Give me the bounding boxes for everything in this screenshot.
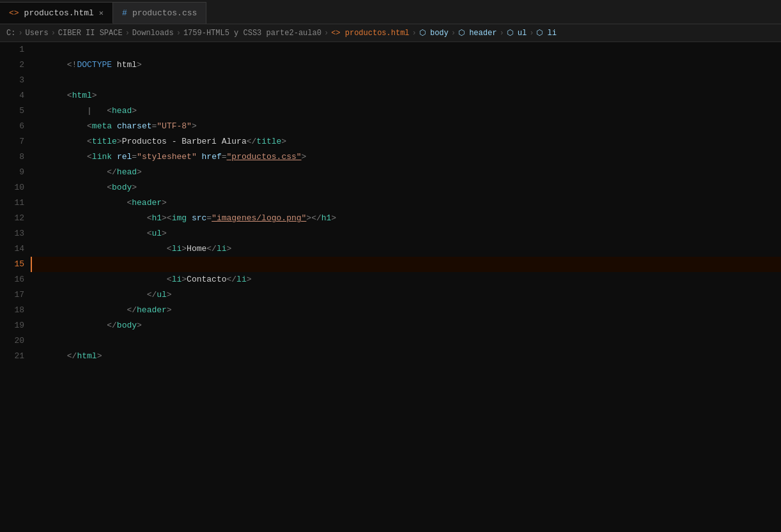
- line-num-18: 18: [6, 303, 24, 318]
- breadcrumb-body: ⬡ body: [419, 28, 449, 38]
- breadcrumb-users: Users: [26, 29, 49, 38]
- breadcrumb-ciber: CIBER II SPACE: [58, 29, 123, 38]
- breadcrumb-ul: ⬡ ul: [507, 28, 527, 38]
- line-num-12: 12: [6, 211, 24, 226]
- code-line-12: <ul>: [37, 211, 781, 226]
- code-line-6: <title>Productos - Barberi Alura</title>: [37, 119, 781, 134]
- line-num-15: 15: [6, 257, 24, 272]
- line-num-5: 5: [6, 103, 24, 119]
- line-num-2: 2: [6, 57, 24, 73]
- tab-css[interactable]: # productos.css: [113, 2, 206, 24]
- breadcrumb-li: ⬡ li: [536, 28, 557, 38]
- breadcrumb-c: C:: [6, 29, 15, 38]
- line-num-10: 10: [6, 180, 24, 195]
- line-num-8: 8: [6, 149, 24, 165]
- code-line-11: <h1><img src="imagenes/logo.png"></h1>: [37, 195, 781, 211]
- line-num-3: 3: [6, 73, 24, 88]
- code-line-13: <li>Home</li>: [37, 226, 781, 241]
- editor-area: 1 2 3 4 5 6 7 8 9 10 11 12 13 14 15 16 1…: [0, 42, 781, 532]
- breadcrumb: C: › Users › CIBER II SPACE › Downloads …: [0, 24, 781, 42]
- code-line-17: </header>: [37, 287, 781, 303]
- code-line-5: <meta charset="UTF-8">: [37, 103, 781, 119]
- code-line-21: [37, 349, 781, 364]
- code-line-20: </html>: [37, 333, 781, 349]
- code-content[interactable]: <!DOCTYPE html> <html> | <head> <meta ch…: [31, 42, 781, 532]
- line-num-11: 11: [6, 195, 24, 211]
- code-line-8: </head>: [37, 149, 781, 165]
- css-file-icon: #: [122, 8, 127, 18]
- line-num-16: 16: [6, 272, 24, 287]
- html-file-icon: <>: [9, 8, 19, 18]
- code-line-7: <link rel="stylesheet" href="productos.c…: [37, 134, 781, 149]
- code-line-10: <header>: [37, 180, 781, 195]
- line-num-6: 6: [6, 119, 24, 134]
- tab-close-button[interactable]: ✕: [99, 8, 104, 18]
- line-num-1: 1: [6, 42, 24, 57]
- tab-html[interactable]: <> productos.html ✕: [0, 2, 113, 24]
- tab-css-label: productos.css: [132, 8, 197, 18]
- tab-bar: <> productos.html ✕ # productos.css: [0, 0, 781, 24]
- code-line-3: <html>: [37, 73, 781, 88]
- breadcrumb-folder: 1759-HTML5 y CSS3 parte2-aula0: [183, 29, 321, 38]
- code-line-9: <body>: [37, 165, 781, 180]
- line-num-19: 19: [6, 318, 24, 333]
- line-num-7: 7: [6, 134, 24, 149]
- line-numbers: 1 2 3 4 5 6 7 8 9 10 11 12 13 14 15 16 1…: [0, 42, 31, 532]
- line-num-17: 17: [6, 287, 24, 303]
- line-num-21: 21: [6, 349, 24, 364]
- code-line-4: | <head>: [37, 88, 781, 103]
- code-line-16: </ul>: [37, 272, 781, 287]
- breadcrumb-downloads: Downloads: [132, 29, 174, 38]
- code-line-18: </body>: [37, 303, 781, 318]
- code-line-2: [37, 57, 781, 73]
- line-num-9: 9: [6, 165, 24, 180]
- line-num-20: 20: [6, 333, 24, 349]
- line-num-14: 14: [6, 241, 24, 257]
- code-line-15: <li>Contacto</li>: [31, 257, 781, 272]
- code-line-1: <!DOCTYPE html>: [37, 42, 781, 57]
- breadcrumb-file: <> productos.html: [331, 29, 409, 38]
- code-line-19: [37, 318, 781, 333]
- breadcrumb-header: ⬡ header: [458, 28, 497, 38]
- line-num-13: 13: [6, 226, 24, 241]
- line-num-4: 4: [6, 88, 24, 103]
- code-line-14: <li>Productos</li>: [37, 241, 781, 257]
- tab-html-label: productos.html: [24, 8, 94, 18]
